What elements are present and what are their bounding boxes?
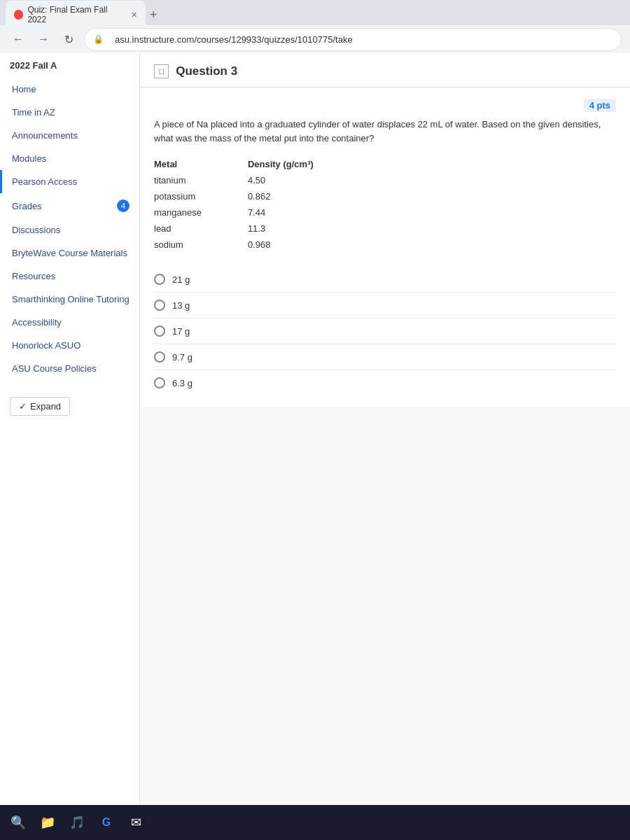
- density-cell: 7.44: [248, 204, 364, 220]
- sidebar-item-resources[interactable]: Resources: [0, 265, 139, 288]
- sidebar: 2022 Fall A Home Time in AZ Announcement…: [0, 53, 140, 805]
- taskbar-file[interactable]: 📁: [35, 810, 60, 835]
- sidebar-item-label: Honorlock ASUO: [12, 340, 80, 351]
- radio-circle: [154, 377, 165, 388]
- sidebar-item-label: Modules: [12, 153, 46, 164]
- sidebar-item-label: Grades: [12, 201, 42, 211]
- browser-chrome: Quiz: Final Exam Fall 2022 ✕ + ← → ↻ 🔒: [0, 0, 630, 53]
- lock-icon: 🔒: [93, 34, 104, 44]
- sidebar-item-label: ASU Course Policies: [12, 363, 97, 374]
- collapse-icon[interactable]: □: [154, 64, 169, 78]
- col-metal-header: Metal: [154, 156, 248, 172]
- density-cell: 11.3: [248, 220, 364, 237]
- expand-label: Expand: [30, 401, 61, 412]
- table-row: manganese7.44: [154, 204, 364, 220]
- density-cell: 4.50: [248, 172, 364, 188]
- sidebar-item-home[interactable]: Home: [0, 78, 139, 101]
- table-row: lead11.3: [154, 220, 364, 237]
- answer-label: 9.7 g: [172, 352, 192, 363]
- answer-options: 21 g13 g17 g9.7 g6.3 g: [154, 267, 616, 396]
- density-table: Metal Density (g/cm³) titanium4.50potass…: [154, 156, 364, 253]
- answer-option-opt3[interactable]: 17 g: [154, 318, 616, 344]
- table-row: potassium0.862: [154, 188, 364, 204]
- answer-option-opt2[interactable]: 13 g: [154, 293, 616, 318]
- sidebar-item-announcements[interactable]: Announcements: [0, 124, 139, 147]
- reload-button[interactable]: ↻: [59, 29, 78, 49]
- sidebar-item-brytewave[interactable]: BryteWave Course Materials: [0, 241, 139, 265]
- density-cell: 0.968: [248, 237, 364, 253]
- metal-cell: titanium: [154, 172, 248, 188]
- sidebar-item-modules[interactable]: Modules: [0, 147, 139, 170]
- tab-close-button[interactable]: ✕: [131, 10, 137, 20]
- sidebar-item-label: Accessibility: [12, 317, 62, 328]
- sidebar-item-smarthinking[interactable]: Smarthinking Online Tutoring: [0, 288, 139, 311]
- active-tab[interactable]: Quiz: Final Exam Fall 2022 ✕: [6, 1, 146, 29]
- metal-cell: lead: [154, 220, 248, 237]
- answer-option-opt1[interactable]: 21 g: [154, 267, 616, 293]
- radio-circle: [154, 351, 165, 363]
- tab-favicon: [14, 10, 23, 20]
- answer-label: 6.3 g: [172, 378, 192, 388]
- sidebar-item-label: Time in AZ: [12, 107, 55, 118]
- sidebar-item-label: Home: [12, 84, 36, 94]
- main-layout: 2022 Fall A Home Time in AZ Announcement…: [0, 53, 630, 805]
- radio-circle: [154, 326, 165, 337]
- sidebar-header: 2022 Fall A: [0, 53, 139, 78]
- col-density-header: Density (g/cm³): [248, 156, 364, 172]
- grades-badge: 4: [117, 200, 130, 212]
- sidebar-item-honorlock[interactable]: Honorlock ASUO: [0, 334, 139, 357]
- metal-cell: sodium: [154, 237, 248, 253]
- content-area: □ Question 3 4 pts A piece of Na placed …: [140, 53, 630, 805]
- url-input[interactable]: [106, 31, 612, 48]
- answer-label: 21 g: [172, 274, 190, 285]
- pts-badge: 4 pts: [584, 99, 616, 112]
- sidebar-item-label: Pearson Access: [12, 176, 77, 187]
- forward-button[interactable]: →: [34, 29, 53, 49]
- density-cell: 0.862: [248, 188, 364, 204]
- radio-circle: [154, 300, 165, 311]
- address-bar: ← → ↻ 🔒: [0, 25, 630, 53]
- taskbar-search[interactable]: 🔍: [6, 810, 31, 835]
- sidebar-item-label: Discussions: [12, 225, 60, 235]
- taskbar-music[interactable]: 🎵: [64, 810, 90, 835]
- question-text: A piece of Na placed into a graduated cy…: [154, 118, 616, 145]
- metal-cell: manganese: [154, 204, 248, 220]
- sidebar-item-label: Resources: [12, 271, 55, 281]
- question-meta: 4 pts: [154, 99, 616, 112]
- table-row: sodium0.968: [154, 237, 364, 253]
- question-content: 4 pts A piece of Na placed into a gradua…: [140, 88, 630, 407]
- metal-cell: potassium: [154, 188, 248, 204]
- checkmark-icon: ✓: [19, 401, 27, 412]
- taskbar: 🔍 📁 🎵 G ✉: [0, 805, 630, 840]
- sidebar-item-discussions[interactable]: Discussions: [0, 218, 139, 241]
- question-header: □ Question 3: [140, 53, 630, 88]
- sidebar-item-label: BryteWave Course Materials: [12, 248, 127, 258]
- back-button[interactable]: ←: [8, 29, 28, 49]
- sidebar-item-asu-course-policies[interactable]: ASU Course Policies: [0, 357, 139, 380]
- tab-title: Quiz: Final Exam Fall 2022: [27, 5, 124, 24]
- sidebar-item-time-in-az[interactable]: Time in AZ: [0, 101, 139, 124]
- sidebar-item-grades[interactable]: Grades 4: [0, 193, 139, 218]
- tab-bar: Quiz: Final Exam Fall 2022 ✕ +: [0, 0, 630, 25]
- sidebar-item-label: Announcements: [12, 130, 78, 141]
- question-title: Question 3: [176, 64, 237, 78]
- answer-label: 17 g: [172, 326, 190, 337]
- answer-option-opt4[interactable]: 9.7 g: [154, 344, 616, 370]
- answer-label: 13 g: [172, 300, 190, 311]
- taskbar-other[interactable]: ✉: [123, 810, 148, 835]
- sidebar-item-accessibility[interactable]: Accessibility: [0, 311, 139, 334]
- new-tab-button[interactable]: +: [150, 8, 158, 22]
- answer-option-opt5[interactable]: 6.3 g: [154, 370, 616, 396]
- sidebar-item-label: Smarthinking Online Tutoring: [12, 294, 130, 304]
- sidebar-item-pearson-access[interactable]: Pearson Access: [0, 170, 139, 193]
- expand-button[interactable]: ✓ Expand: [10, 397, 70, 416]
- radio-circle: [154, 274, 165, 285]
- table-row: titanium4.50: [154, 172, 364, 188]
- taskbar-google[interactable]: G: [94, 810, 119, 835]
